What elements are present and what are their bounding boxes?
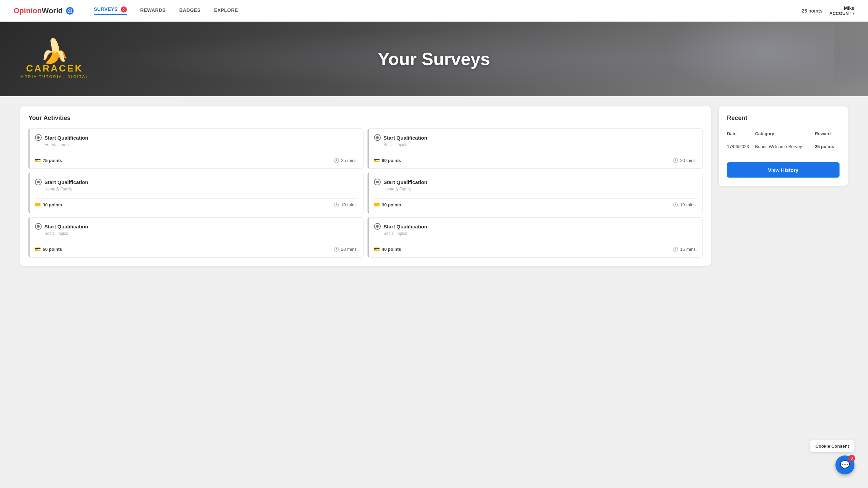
survey-footer: 💳 30 points 🕐 10 mins. [35,198,358,207]
recent-row: 17/06/2023 Bonus Welcome Survey 25 point… [727,139,840,154]
col-date: Date [727,128,755,139]
survey-footer: 💳 60 points 🕐 20 mins. [374,154,697,163]
account-label: ACCOUNT ▾ [829,11,854,16]
survey-points: 💳 30 points [35,202,62,207]
hero-title: Your Surveys [378,49,490,69]
col-category: Category [755,128,815,139]
points-icon: 💳 [35,202,41,207]
logo-world: World [42,6,63,15]
survey-points: 💳 60 points [35,246,62,252]
recent-panel: Recent Date Category Reward 17/06/2023 B… [719,106,848,186]
survey-points: 💳 40 points [374,246,401,252]
view-history-button[interactable]: View History [727,162,840,178]
survey-title: Start Qualification [383,224,427,229]
survey-card-header: Start Qualification [35,179,358,185]
nav-right: 25 points Mike ACCOUNT ▾ [802,5,854,16]
nav-explore[interactable]: EXPLORE [214,7,238,14]
recent-date: 17/06/2023 [727,139,755,154]
points-icon: 💳 [374,202,380,207]
clock-icon: 🕐 [673,158,678,163]
activities-panel: Your Activities Start Qualification Ente… [20,106,711,266]
clock-icon: 🕐 [673,202,678,207]
nav-rewards[interactable]: REWARDS [140,7,166,14]
clock-icon: 🕐 [673,247,678,252]
survey-title: Start Qualification [44,135,88,141]
survey-circle-icon [35,134,42,141]
caracek-text: CARACEK [26,63,83,74]
survey-footer: 💳 40 points 🕐 15 mins. [374,243,697,252]
survey-card[interactable]: Start Qualification Entertainment 💳 75 p… [28,128,363,169]
hero-banner: 🍌 CARACEK MEDIA TUTORIAL DIGITAL Your Su… [0,22,868,96]
logo-icon [66,7,74,15]
points-icon: 💳 [374,246,380,252]
activities-title: Your Activities [28,115,703,122]
survey-title: Start Qualification [44,179,88,185]
survey-footer: 💳 75 points 🕐 25 mins. [35,154,358,163]
survey-points: 💳 30 points [374,202,401,207]
recent-category: Bonus Welcome Survey [755,139,815,154]
survey-card-header: Start Qualification [374,134,697,141]
survey-circle-icon [374,179,381,185]
survey-icon-inner [376,136,379,139]
survey-card[interactable]: Start Qualification Home & Family 💳 30 p… [368,173,703,213]
navbar: OpinionWorld SURVEYS 0 REWARDS BADGES EX… [0,0,868,22]
clock-icon: 🕐 [334,247,339,252]
survey-time: 🕐 15 mins. [673,247,697,252]
survey-time: 🕐 10 mins. [673,202,697,207]
account-dropdown[interactable]: Mike ACCOUNT ▾ [829,5,854,16]
clock-icon: 🕐 [334,158,339,163]
survey-card[interactable]: Start Qualification Social Topics 💳 60 p… [28,217,363,258]
survey-card[interactable]: Start Qualification Social Topics 💳 60 p… [368,128,703,169]
survey-circle-icon [374,134,381,141]
survey-circle-icon [35,179,42,185]
chevron-down-icon: ▾ [853,12,854,15]
survey-circle-icon [35,223,42,230]
hero-logo: 🍌 CARACEK MEDIA TUTORIAL DIGITAL [20,39,89,79]
survey-icon-inner [376,225,379,228]
clock-icon: 🕐 [334,202,339,207]
recent-reward: 25 points [815,139,840,154]
hero-person-image [665,22,834,96]
survey-category: Home & Family [383,187,697,191]
svg-point-1 [69,10,71,12]
survey-card[interactable]: Start Qualification Social Topics 💳 40 p… [368,217,703,258]
points-icon: 💳 [35,158,41,163]
survey-icon-inner [37,225,40,228]
points-icon: 💳 [35,246,41,252]
survey-card-header: Start Qualification [35,134,358,141]
recent-title: Recent [727,115,840,122]
points-icon: 💳 [374,158,380,163]
survey-footer: 💳 60 points 🕐 20 mins. [35,243,358,252]
main-content: Your Activities Start Qualification Ente… [0,96,868,276]
points-display: 25 points [802,8,823,14]
survey-title: Start Qualification [383,135,427,141]
survey-icon-inner [376,181,379,183]
media-text: MEDIA TUTORIAL DIGITAL [20,75,89,79]
survey-icon-inner [37,181,40,183]
nav-badges[interactable]: BADGES [179,7,201,14]
survey-time: 🕐 20 mins. [334,247,358,252]
survey-category: Home & Family [44,187,358,191]
survey-title: Start Qualification [44,224,88,229]
survey-card-header: Start Qualification [374,179,697,185]
banana-icon: 🍌 [40,39,69,63]
surveys-badge: 0 [121,6,127,13]
survey-footer: 💳 30 points 🕐 10 mins. [374,198,697,207]
survey-icon-inner [37,136,40,139]
survey-category: Social Topics [383,142,697,147]
recent-table: Date Category Reward 17/06/2023 Bonus We… [727,128,840,154]
nav-surveys[interactable]: SURVEYS 0 [94,6,127,15]
survey-points: 💳 75 points [35,158,62,163]
survey-card[interactable]: Start Qualification Home & Family 💳 30 p… [28,173,363,213]
survey-time: 🕐 10 mins. [334,202,358,207]
survey-category: Entertainment [44,142,358,147]
survey-category: Social Topics [44,231,358,236]
account-name: Mike [844,5,854,11]
survey-card-header: Start Qualification [374,223,697,230]
survey-time: 🕐 25 mins. [334,158,358,163]
survey-circle-icon [374,223,381,230]
survey-grid: Start Qualification Entertainment 💳 75 p… [28,128,703,258]
survey-time: 🕐 20 mins. [673,158,697,163]
logo-opinion: Opinion [14,6,42,15]
logo[interactable]: OpinionWorld [14,6,74,15]
